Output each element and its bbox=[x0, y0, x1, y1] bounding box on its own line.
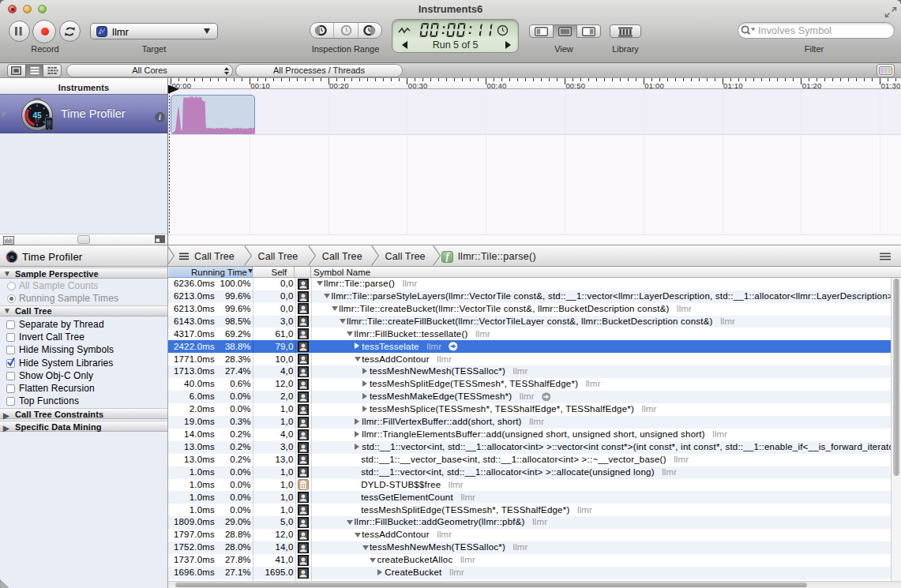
svg-text:45: 45 bbox=[9, 255, 14, 259]
svg-text:37: 37 bbox=[35, 118, 39, 123]
